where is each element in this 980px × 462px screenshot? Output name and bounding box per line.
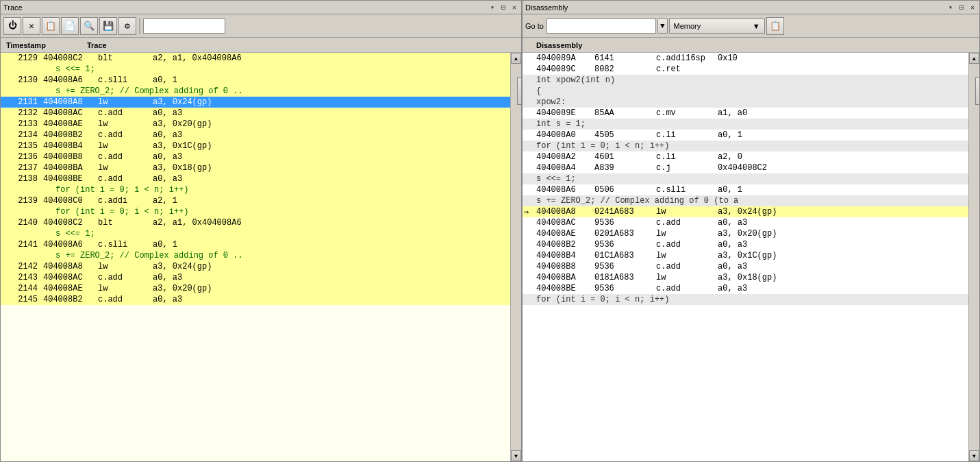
trace-num: 2138 xyxy=(3,174,38,184)
trace-row[interactable]: s += ZERO_2; // Complex adding of 0 .. xyxy=(1,250,510,261)
trace-mnem: lw xyxy=(98,163,153,173)
dis-addr: 4040089A xyxy=(536,53,594,63)
dis-row[interactable]: int s = 1; xyxy=(523,119,968,130)
trace-scrollbar[interactable]: ▲ ▼ xyxy=(510,53,521,461)
trace-row[interactable]: 2142404008A8lwa3, 0x24(gp) xyxy=(1,261,510,272)
trace-row[interactable]: 2138404008BEc.adda0, a3 xyxy=(1,173,510,184)
dis-row[interactable]: 404008A24601c.lia2, 0 xyxy=(523,151,968,162)
dis-scrollbar[interactable]: ▲ ▼ xyxy=(968,53,979,461)
trace-ops: a0, 1 xyxy=(153,75,507,85)
trace-row[interactable]: s += ZERO_2; // Complex adding of 0 .. xyxy=(1,86,510,97)
trace-num: 2129 xyxy=(3,53,38,63)
dis-addr: 404008AE xyxy=(536,229,594,239)
dis-row[interactable]: 404008BE9536c.adda0, a3 xyxy=(523,283,968,294)
dis-row[interactable]: 404008A60506c.sllia0, 1 xyxy=(523,184,968,195)
dis-mnem: lw xyxy=(656,273,718,282)
dis-mnem: c.li xyxy=(656,152,718,162)
paste-button[interactable]: 📄 xyxy=(61,17,79,35)
stop-button[interactable]: ✕ xyxy=(23,17,40,35)
trace-float-icon[interactable]: ⊟ xyxy=(499,3,507,12)
dis-scroll-area[interactable]: 4040089A6141c.addi16sp0x104040089C8082c.… xyxy=(523,53,968,461)
trace-ops: a2, 1 xyxy=(153,196,507,206)
dis-row[interactable]: 4040089E85AAc.mva1, a0 xyxy=(523,108,968,119)
dis-close-icon[interactable]: ✕ xyxy=(968,3,977,12)
dis-scroll-thumb[interactable] xyxy=(975,77,980,105)
trace-row[interactable]: 2143404008ACc.adda0, a3 xyxy=(1,272,510,283)
power-button[interactable]: ⏻ xyxy=(3,17,21,35)
trace-ops: a3, 0x24(gp) xyxy=(153,97,507,107)
trace-row[interactable]: 2144404008AElwa3, 0x20(gp) xyxy=(1,283,510,294)
dis-scroll-up-btn[interactable]: ▲ xyxy=(969,53,979,64)
dis-scroll-down-btn[interactable]: ▼ xyxy=(969,450,979,461)
dis-ops: a0, 1 xyxy=(718,130,966,140)
dis-row[interactable]: for (int i = 0; i < n; i++) xyxy=(523,141,968,151)
trace-titlebar: Trace ▾ ⊟ ✕ xyxy=(1,1,521,14)
dis-pin-icon[interactable]: ▾ xyxy=(946,3,955,12)
trace-row[interactable]: s <<= 1; xyxy=(1,64,510,75)
save-button[interactable]: 💾 xyxy=(99,17,117,35)
trace-row[interactable]: 2132404008ACc.adda0, a3 xyxy=(1,108,510,119)
scroll-down-btn[interactable]: ▼ xyxy=(511,450,521,461)
dis-row[interactable]: 404008A04505c.lia0, 1 xyxy=(523,130,968,141)
trace-addr: 404008A6 xyxy=(43,75,98,85)
dis-row[interactable]: int xpow2(int n) xyxy=(523,75,968,86)
trace-row[interactable]: 2141404008A6c.sllia0, 1 xyxy=(1,239,510,250)
trace-row[interactable]: 2137404008BAlwa3, 0x18(gp) xyxy=(1,162,510,173)
dis-row[interactable]: { xyxy=(523,86,968,97)
dis-hex: 0241A683 xyxy=(594,207,656,217)
scroll-thumb[interactable] xyxy=(517,77,522,105)
trace-row[interactable]: for (int i = 0; i < n; i++) xyxy=(1,206,510,217)
current-pc-arrow: ⇒ xyxy=(524,207,529,217)
dis-row[interactable]: 404008A4A839c.j0x404008C2 xyxy=(523,162,968,173)
trace-row[interactable]: 2140404008C2blta2, a1, 0x404008A6 xyxy=(1,217,510,228)
options-button[interactable]: ⚙ xyxy=(118,17,136,35)
trace-row[interactable]: 2131404008A8lwa3, 0x24(gp) xyxy=(1,97,510,108)
dis-row[interactable]: 404008AE0201A683lwa3, 0x20(gp) xyxy=(523,228,968,239)
trace-row[interactable]: 2135404008B4lwa3, 0x1C(gp) xyxy=(1,141,510,151)
dis-float-icon[interactable]: ⊟ xyxy=(957,3,966,12)
search-button[interactable]: 🔍 xyxy=(80,17,98,35)
dis-row[interactable]: 404008BA0181A683lwa3, 0x18(gp) xyxy=(523,272,968,283)
trace-row[interactable]: 2136404008B8c.adda0, a3 xyxy=(1,151,510,162)
trace-mnem: c.add xyxy=(98,273,153,282)
dis-copy-button[interactable]: 📋 xyxy=(766,17,784,35)
dis-row[interactable]: s += ZERO_2; // Complex adding of 0 (to … xyxy=(523,195,968,206)
trace-num: 2142 xyxy=(3,262,38,271)
dis-row[interactable]: 404008AC9536c.adda0, a3 xyxy=(523,217,968,228)
trace-row[interactable]: 2129404008C2blta2, a1, 0x404008A6 xyxy=(1,53,510,64)
trace-panel: Trace ▾ ⊟ ✕ ⏻ ✕ 📋 📄 🔍 💾 ⚙ Timestamp Trac… xyxy=(0,0,522,462)
trace-row[interactable]: s <<= 1; xyxy=(1,228,510,239)
trace-row[interactable]: 2133404008AElwa3, 0x20(gp) xyxy=(1,119,510,130)
trace-num: 2145 xyxy=(3,295,38,304)
trace-row[interactable]: for (int i = 0; i < n; i++) xyxy=(1,184,510,195)
trace-row[interactable]: 2139404008C0c.addia2, 1 xyxy=(1,195,510,206)
trace-pin-icon[interactable]: ▾ xyxy=(488,3,497,12)
trace-row[interactable]: 2130404008A6c.sllia0, 1 xyxy=(1,75,510,86)
dis-row[interactable]: 404008B89536c.adda0, a3 xyxy=(523,261,968,272)
trace-search-input[interactable] xyxy=(143,19,225,34)
dis-row[interactable]: ⇒404008A80241A683lwa3, 0x24(gp) xyxy=(523,206,968,217)
trace-close-icon[interactable]: ✕ xyxy=(510,3,518,12)
trace-row[interactable]: 2145404008B2c.adda0, a3 xyxy=(1,294,510,305)
dis-mnem: lw xyxy=(656,229,718,239)
trace-scroll-area[interactable]: 2129404008C2blta2, a1, 0x404008A6s <<= 1… xyxy=(1,53,510,461)
trace-row[interactable]: 2134404008B2c.adda0, a3 xyxy=(1,130,510,141)
copy-button[interactable]: 📋 xyxy=(42,17,60,35)
dis-row[interactable]: xpow2: xyxy=(523,97,968,108)
dis-mnem: c.slli xyxy=(656,185,718,195)
goto-input[interactable] xyxy=(546,19,656,34)
dis-row[interactable]: 404008B401C1A683lwa3, 0x1C(gp) xyxy=(523,250,968,261)
dis-row[interactable]: for (int i = 0; i < n; i++) xyxy=(523,294,968,305)
memory-dropdown[interactable]: Memory ▼ xyxy=(669,19,765,34)
trace-mnem: c.slli xyxy=(98,75,153,85)
scroll-up-btn[interactable]: ▲ xyxy=(511,53,521,64)
trace-ops: a2, a1, 0x404008A6 xyxy=(153,53,507,63)
dis-row[interactable]: 404008B29536c.adda0, a3 xyxy=(523,239,968,250)
trace-ops: a3, 0x1C(gp) xyxy=(153,141,507,151)
dis-row[interactable]: s <<= 1; xyxy=(523,173,968,184)
goto-dropdown[interactable]: ▼ xyxy=(657,19,668,34)
dis-row[interactable]: 4040089C8082c.ret xyxy=(523,64,968,75)
dis-row[interactable]: 4040089A6141c.addi16sp0x10 xyxy=(523,53,968,64)
dis-ops: a0, a3 xyxy=(718,218,966,228)
dis-addr: 404008A8 xyxy=(536,207,594,217)
